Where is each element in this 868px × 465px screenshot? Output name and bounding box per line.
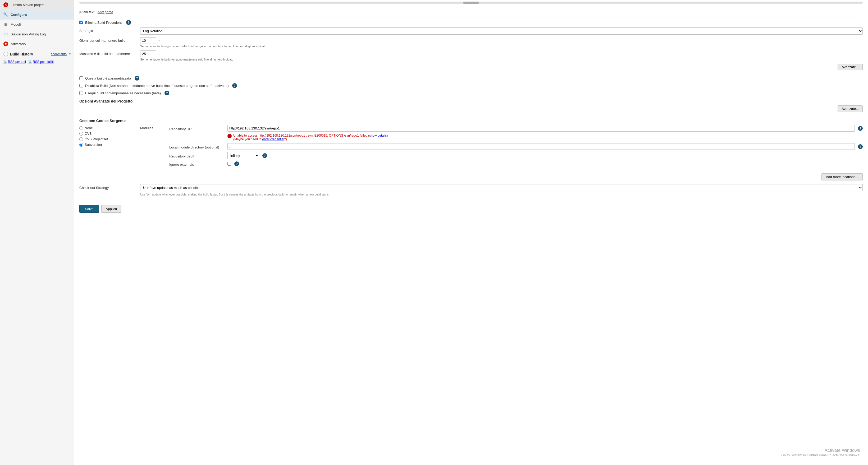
error-row: − Unable to access http://192.168.130.13…: [227, 134, 863, 141]
salva-button[interactable]: Salva: [79, 205, 99, 213]
esegui-label: Esegui build contemporanee se necessario…: [85, 91, 161, 95]
repo-url-content: ?: [227, 125, 863, 132]
scm-cvs-label: CVS: [85, 132, 92, 136]
massimo-content: ▪▪ Se non è vuoto, le build vengono mant…: [140, 51, 863, 61]
sidebar-item-label: Artifactory: [10, 42, 26, 46]
add-locations-row: Add more locations...: [79, 173, 863, 180]
parametrizzata-checkbox[interactable]: [79, 76, 83, 80]
andamento-link[interactable]: andamento: [51, 52, 67, 56]
trend-icon: ≡: [69, 52, 71, 56]
avanzate-row-2: Avanzate...: [79, 105, 863, 112]
repo-url-row: Repository URL ?: [169, 125, 863, 132]
checkout-row: Check-out Strategy Use 'svn update' as m…: [79, 184, 863, 191]
build-history-links: andamento ≡: [51, 52, 71, 56]
local-module-content: ?: [227, 143, 863, 150]
strategia-row: Strategia Log Rotation Never Delete Buil…: [79, 28, 863, 35]
anteprima-link[interactable]: Anteprima: [98, 10, 113, 14]
scm-content-col: Modules Repository URL ?: [140, 125, 863, 171]
circle-red-icon: [3, 41, 8, 46]
applica-button[interactable]: Applica: [101, 205, 122, 213]
rss-failed-link[interactable]: 📡 RSS per i falliti: [28, 60, 54, 64]
repo-depth-label: Repository depth: [169, 153, 227, 158]
scm-cvs-row: CVS: [79, 132, 137, 136]
scm-subversion-row: Subversion: [79, 143, 137, 146]
sidebar-item-elimina-maven[interactable]: ✕ Elimina Maven project: [0, 0, 74, 10]
scm-cvs-projectset-radio[interactable]: [79, 137, 83, 141]
x-icon: ✕: [3, 2, 8, 7]
help-icon-depth[interactable]: ?: [262, 153, 267, 158]
ignore-externals-checkbox[interactable]: [227, 162, 231, 166]
esegui-row: Esegui build contemporanee se necessario…: [79, 91, 863, 95]
disabilita-checkbox[interactable]: [79, 84, 83, 88]
sidebar-item-subversion-polling-log[interactable]: 📄 Subversion Polling Log: [0, 29, 74, 39]
avanzate-row-1: Avanzate...: [79, 64, 863, 70]
parametrizzata-row: Questa build è parametrizzata ?: [79, 76, 863, 80]
help-icon-repo-url[interactable]: ?: [858, 126, 863, 131]
help-icon-parametrizzata[interactable]: ?: [135, 76, 140, 80]
scm-subversion-label: Subversion: [85, 143, 102, 146]
avanzate-button-1[interactable]: Avanzate...: [838, 64, 863, 70]
scm-radio-group: None CVS CVS Projectset Subversion: [79, 125, 137, 148]
opzioni-heading: Opzioni Avanzate del Progetto: [79, 99, 863, 103]
giorni-input[interactable]: [140, 37, 156, 44]
avanzate-button-2[interactable]: Avanzate...: [838, 105, 863, 112]
show-details-link[interactable]: show details: [369, 134, 387, 137]
help-icon-esegui[interactable]: ?: [164, 91, 169, 95]
massimo-hint: Se non è vuoto, le build vengono mantenu…: [140, 58, 863, 61]
local-module-input[interactable]: [227, 143, 855, 150]
gestione-heading: Gestione Codice Sorgente: [79, 119, 863, 123]
esegui-checkbox[interactable]: [79, 91, 83, 95]
giorni-row: Giorni per cui mantenere build ▪▪ Se non…: [79, 37, 863, 48]
help-icon-ignore-ext[interactable]: ?: [234, 161, 239, 166]
build-history-title: 🕐 Build History: [3, 52, 33, 57]
sidebar-item-configura[interactable]: 🔧 Configura: [0, 10, 74, 20]
repo-url-label: Repository URL: [169, 126, 227, 131]
giorni-content: ▪▪ Se non è vuoto, le registrazioni dell…: [140, 37, 863, 48]
scm-cvs-radio[interactable]: [79, 132, 83, 136]
massimo-row: Massimo # di build da mantenere ▪▪ Se no…: [79, 51, 863, 61]
giorni-input-row: ▪▪: [140, 37, 863, 44]
add-locations-button[interactable]: Add more locations...: [822, 173, 863, 180]
sidebar-item-artifactory[interactable]: Artifactory: [0, 39, 74, 49]
repo-url-input[interactable]: [227, 125, 855, 132]
local-module-row: Local module directory (optional) ?: [169, 143, 863, 150]
strategia-select[interactable]: Log Rotation Never Delete Builds: [140, 28, 863, 35]
help-icon-elimina[interactable]: ?: [126, 20, 131, 25]
elimina-build-checkbox[interactable]: [79, 21, 83, 24]
enter-credential-link[interactable]: enter credential: [262, 137, 284, 141]
help-icon-disabilita[interactable]: ?: [232, 83, 237, 88]
modules-fields: Repository URL ? − Unable to acc: [169, 125, 863, 169]
sidebar-item-moduli[interactable]: ⊞ Moduli: [0, 20, 74, 29]
modules-label: Modules: [140, 125, 166, 130]
checkout-select[interactable]: Use 'svn update' as much as possible Alw…: [140, 184, 863, 191]
local-module-label: Local module directory (optional): [169, 144, 227, 149]
top-bar: [Plain text] Anteprima: [79, 8, 863, 16]
top-scrollbar[interactable]: [79, 2, 863, 4]
clock-icon: 🕐: [3, 52, 8, 57]
giorni-expand-icon: ▪▪: [158, 39, 160, 42]
scm-none-radio[interactable]: [79, 126, 83, 130]
help-icon-local-module[interactable]: ?: [858, 144, 863, 149]
elimina-build-row: Elimina Build Precedenti ?: [79, 20, 863, 25]
sidebar-item-label: Configura: [10, 13, 27, 16]
elimina-build-label: Elimina Build Precedenti: [85, 21, 122, 25]
bottom-buttons: Salva Applica: [79, 201, 863, 213]
ignore-externals-content: ?: [227, 161, 863, 166]
ignore-externals-label: Ignore externals: [169, 161, 227, 166]
scm-layout: None CVS CVS Projectset Subversion: [79, 125, 863, 171]
giorni-hint: Se non è vuoto, le registrazioni delle b…: [140, 45, 863, 48]
error-message: Unable to access http://192.168.130.132/…: [233, 134, 388, 141]
repo-depth-select[interactable]: infinity immediates files empty: [227, 152, 259, 159]
massimo-expand-icon: ▪▪: [158, 52, 160, 56]
rss-icon-failed: 📡: [28, 60, 32, 64]
checkout-hint: Use 'svn update' whenever possible, maki…: [140, 193, 863, 196]
scm-none-row: None: [79, 126, 137, 130]
scm-subversion-radio[interactable]: [79, 143, 83, 146]
scm-cvs-projectset-label: CVS Projectset: [85, 137, 108, 141]
massimo-input-row: ▪▪: [140, 51, 863, 57]
sidebar-item-label: Elimina Maven project: [10, 3, 44, 7]
massimo-input[interactable]: [140, 51, 156, 57]
scm-cvs-projectset-row: CVS Projectset: [79, 137, 137, 141]
rss-all-link[interactable]: 📡 RSS per tutti: [3, 60, 26, 64]
rss-icon-all: 📡: [3, 60, 7, 64]
